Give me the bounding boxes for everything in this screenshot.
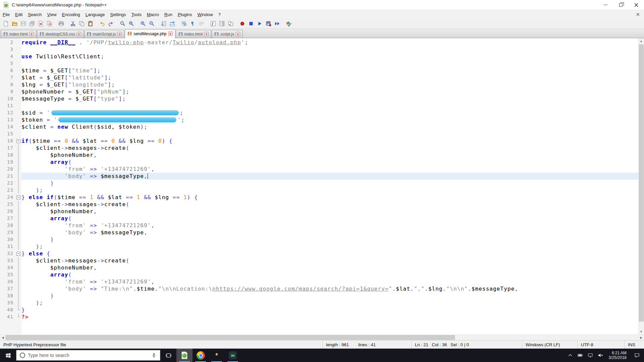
code-text[interactable]: array(	[21, 271, 638, 278]
menu-encoding[interactable]: Encoding	[59, 11, 83, 18]
vertical-scrollbar[interactable]: ▲ ▼	[638, 38, 644, 335]
close-button[interactable]: ×	[629, 0, 644, 10]
menu-help[interactable]: ?	[216, 11, 223, 18]
scroll-down-arrow[interactable]: ▼	[639, 329, 644, 335]
scroll-up-arrow[interactable]: ▲	[639, 38, 644, 44]
taskbar-search-input[interactable]: Type here to search	[16, 350, 160, 361]
paste-button[interactable]	[86, 19, 95, 28]
tab-close-icon[interactable]: x	[236, 32, 240, 36]
code-text[interactable]	[21, 102, 638, 109]
show-all-characters-button[interactable]: ¶	[188, 19, 197, 28]
hidden-icons-chevron[interactable]	[565, 349, 575, 362]
tab-desktopCSS.css[interactable]: desktopCSS.cssx	[37, 30, 84, 38]
code-text[interactable]: 'body' => "Time:\n".$time."\n\nLocation:…	[21, 285, 638, 292]
fold-collapse-icon[interactable]	[15, 137, 21, 144]
code-text[interactable]: $phoneNumber,	[21, 264, 638, 271]
code-text[interactable]: $client = new Client($sid, $token);	[21, 123, 638, 130]
code-text[interactable]	[21, 46, 638, 53]
taskbar-app-notepad-plus-plus[interactable]	[176, 349, 193, 362]
tab-sendMessage.php-active[interactable]: sendMessage.phpx	[125, 29, 175, 38]
tab-index.html[interactable]: index.htmlx	[1, 30, 37, 38]
copy-button[interactable]	[77, 19, 86, 28]
tab-close-icon[interactable]: x	[117, 32, 122, 36]
fold-collapse-icon[interactable]	[15, 250, 21, 257]
code-text[interactable]: }	[21, 306, 638, 313]
menu-settings[interactable]: Settings	[108, 11, 129, 18]
code-text[interactable]: $phoneNumber,	[21, 208, 638, 215]
code-text[interactable]: array(	[21, 159, 638, 166]
menu-run[interactable]: Run	[162, 11, 175, 18]
code-editor[interactable]: 2require __DIR__ . '/PHP/twilio-php-mast…	[0, 38, 644, 335]
code-text[interactable]: } else {	[21, 250, 638, 257]
vertical-scroll-thumb[interactable]	[639, 45, 644, 321]
show-indent-guide-button[interactable]	[197, 19, 206, 28]
taskbar-app-android-emulator[interactable]	[225, 349, 241, 362]
zoom-out-button[interactable]	[147, 19, 156, 28]
document-map-button[interactable]	[217, 19, 226, 28]
sync-vertical-scroll-button[interactable]	[159, 19, 168, 28]
close-all-files-button[interactable]	[45, 19, 54, 28]
word-wrap-button[interactable]	[179, 19, 188, 28]
code-text[interactable]	[21, 130, 638, 137]
menu-macro[interactable]: Macro	[144, 11, 162, 18]
code-text[interactable]: require __DIR__ . '/PHP/twilio-php-maste…	[21, 39, 638, 46]
battery-icon[interactable]	[575, 349, 585, 362]
horizontal-scroll-track[interactable]	[6, 335, 638, 340]
microphone-icon[interactable]	[151, 353, 157, 358]
code-text[interactable]: );	[21, 299, 638, 306]
menu-view[interactable]: View	[45, 11, 59, 18]
fold-collapse-icon[interactable]	[15, 194, 21, 201]
tab-index.html[interactable]: index.htmlx	[176, 30, 212, 38]
start-button[interactable]	[0, 349, 16, 362]
code-text[interactable]: $client->messages->create(	[21, 201, 638, 208]
tab-close-icon[interactable]: x	[204, 32, 209, 36]
menu-language[interactable]: Language	[83, 11, 108, 18]
code-text[interactable]: );	[21, 187, 638, 194]
code-text[interactable]: 'body' => $messageType,	[21, 229, 638, 236]
menu-plugins[interactable]: Plugins	[175, 11, 195, 18]
find-button[interactable]	[118, 19, 127, 28]
macro-stop-button[interactable]	[247, 19, 255, 28]
scroll-right-arrow[interactable]: ▶	[638, 335, 644, 340]
code-text[interactable]: 'from' => '+13474721269',	[21, 166, 638, 173]
code-text[interactable]: use Twilio\Rest\Client;	[21, 53, 638, 60]
code-text[interactable]: ?>	[21, 313, 638, 320]
code-text[interactable]: 'from' => '+13474721269',	[21, 222, 638, 229]
undo-button[interactable]	[98, 19, 106, 28]
code-text[interactable]: 'from' => '+13474721269',	[21, 278, 638, 285]
macro-run-multiple-button[interactable]	[273, 19, 281, 28]
menu-tools[interactable]: Tools	[129, 11, 144, 18]
macro-playback-button[interactable]	[255, 19, 264, 28]
code-text[interactable]: )	[21, 180, 638, 187]
tab-script.js[interactable]: script.jsx	[212, 30, 243, 38]
sync-horizontal-scroll-button[interactable]	[168, 19, 176, 28]
code-text[interactable]: )	[21, 292, 638, 299]
close-file-button[interactable]	[36, 19, 45, 28]
tab-close-icon[interactable]: x	[168, 32, 173, 36]
code-text[interactable]: $lng = $_GET["longitude"];	[21, 81, 638, 88]
macro-save-button[interactable]	[264, 19, 273, 28]
code-text[interactable]: );	[21, 243, 638, 250]
spell-check-button[interactable]: ab	[284, 19, 293, 28]
menu-search[interactable]: Search	[25, 11, 44, 18]
volume-muted-icon[interactable]	[595, 349, 605, 362]
code-text[interactable]: } else if($time == 1 && $lat == 1 && $ln…	[21, 194, 638, 201]
taskbar-app-chrome[interactable]	[193, 349, 209, 362]
cut-button[interactable]	[68, 19, 77, 28]
code-text[interactable]: $phoneNumber = $_GET["phNum"];	[21, 88, 638, 95]
action-center-icon[interactable]	[630, 349, 644, 362]
tab-close-icon[interactable]: x	[77, 32, 81, 36]
minimize-button[interactable]	[598, 0, 613, 10]
code-text[interactable]: $messageType = $_GET["type"];	[21, 95, 638, 102]
open-folder-button[interactable]	[10, 19, 19, 28]
network-icon[interactable]	[585, 349, 595, 362]
document-switcher-button[interactable]	[226, 19, 235, 28]
horizontal-scrollbar[interactable]: ◀ ▶	[0, 335, 644, 340]
taskbar-app-asterisk-app[interactable]: *	[209, 349, 225, 362]
menubar-close-icon[interactable]: ×	[632, 11, 644, 17]
restore-button[interactable]	[613, 0, 629, 10]
scroll-left-arrow[interactable]: ◀	[0, 335, 6, 340]
zoom-in-button[interactable]	[139, 19, 147, 28]
code-text[interactable]: 'body' => $messageType,	[21, 173, 638, 180]
menu-file[interactable]: File	[0, 11, 12, 18]
